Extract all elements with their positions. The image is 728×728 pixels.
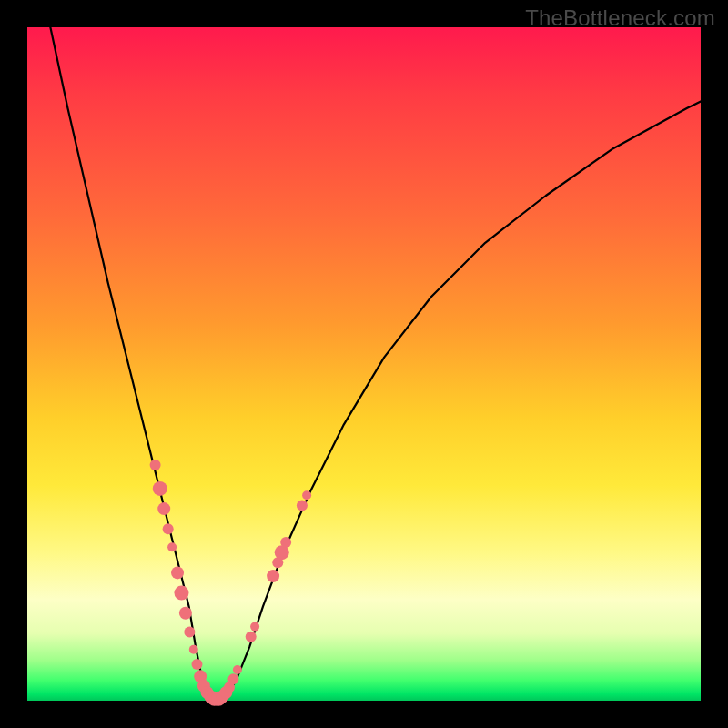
sample-point bbox=[233, 665, 242, 674]
sample-point bbox=[153, 481, 167, 496]
sample-point bbox=[228, 673, 238, 684]
sample-point bbox=[280, 537, 291, 548]
sample-point bbox=[191, 659, 202, 670]
sample-points bbox=[150, 460, 312, 706]
sample-point bbox=[163, 523, 174, 534]
sample-point bbox=[184, 627, 195, 638]
sample-point bbox=[250, 622, 259, 632]
sample-point bbox=[167, 542, 177, 551]
sample-point bbox=[246, 632, 257, 642]
sample-point bbox=[297, 500, 308, 511]
sample-point bbox=[171, 566, 184, 579]
bottleneck-curve bbox=[27, 0, 701, 701]
sample-point bbox=[267, 570, 279, 582]
sample-point bbox=[174, 586, 188, 601]
plot-area bbox=[27, 27, 701, 701]
sample-point bbox=[157, 502, 170, 515]
sample-point bbox=[179, 607, 192, 620]
curve-layer bbox=[27, 27, 701, 701]
sample-point bbox=[302, 490, 311, 500]
chart-frame: TheBottleneck.com bbox=[0, 0, 728, 728]
sample-point bbox=[189, 645, 198, 654]
sample-point bbox=[150, 460, 161, 470]
